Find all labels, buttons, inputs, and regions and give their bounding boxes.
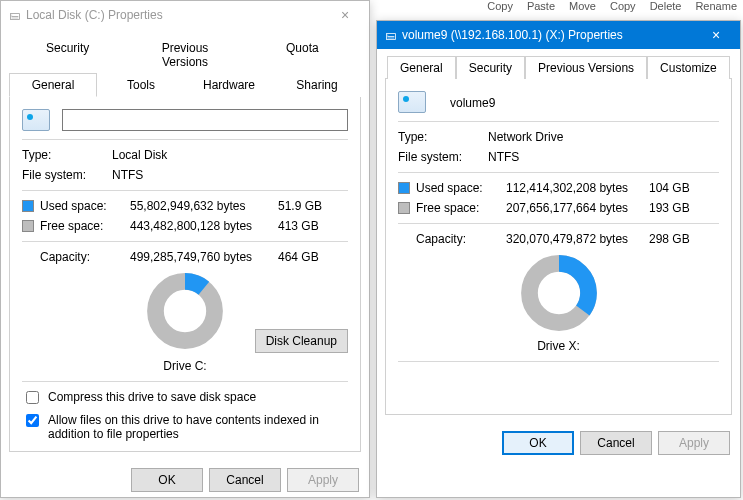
apply-button[interactable]: Apply <box>658 431 730 455</box>
tab-quota[interactable]: Quota <box>244 36 361 73</box>
free-human: 193 GB <box>649 201 719 215</box>
explorer-toolbar: Copy Paste Move Copy Delete Rename <box>380 0 743 12</box>
tabstrip: General Security Previous Versions Custo… <box>385 55 732 79</box>
title-text: Local Disk (C:) Properties <box>26 8 325 22</box>
capacity-label: Capacity: <box>22 250 130 264</box>
tabstrip: Security Previous Versions Quota General… <box>9 35 361 97</box>
tab-previous-versions[interactable]: Previous Versions <box>525 56 647 79</box>
free-swatch <box>398 202 410 214</box>
title-text: volume9 (\\192.168.100.1) (X:) Propertie… <box>402 28 696 42</box>
toolbar-move[interactable]: Move <box>569 0 596 12</box>
fs-value: NTFS <box>488 150 719 164</box>
tab-general[interactable]: General <box>9 73 97 97</box>
tab-sharing[interactable]: Sharing <box>273 73 361 97</box>
usage-donut <box>520 254 598 332</box>
cancel-button[interactable]: Cancel <box>209 468 281 492</box>
cancel-button[interactable]: Cancel <box>580 431 652 455</box>
svg-point-0 <box>155 281 214 340</box>
apply-button[interactable]: Apply <box>287 468 359 492</box>
fs-label: File system: <box>22 168 112 182</box>
capacity-label: Capacity: <box>398 232 506 246</box>
drive-caption: Drive C: <box>22 359 348 373</box>
type-value: Local Disk <box>112 148 348 162</box>
tab-previous-versions[interactable]: Previous Versions <box>126 36 243 73</box>
used-human: 104 GB <box>649 181 719 195</box>
free-bytes: 443,482,800,128 bytes <box>130 219 278 233</box>
index-checkbox[interactable] <box>26 414 39 427</box>
close-button[interactable]: × <box>325 7 365 23</box>
close-button[interactable]: × <box>696 27 736 43</box>
used-swatch <box>398 182 410 194</box>
toolbar-paste[interactable]: Paste <box>527 0 555 12</box>
toolbar-rename[interactable]: Rename <box>695 0 737 12</box>
toolbar-copy2[interactable]: Copy <box>610 0 636 12</box>
dialog-buttons: OK Cancel Apply <box>377 423 740 463</box>
compress-label: Compress this drive to save disk space <box>48 390 256 404</box>
tab-customize[interactable]: Customize <box>647 56 730 79</box>
type-value: Network Drive <box>488 130 719 144</box>
free-bytes: 207,656,177,664 bytes <box>506 201 649 215</box>
tab-hardware[interactable]: Hardware <box>185 73 273 97</box>
free-human: 413 GB <box>278 219 348 233</box>
properties-dialog-x: 🖴 volume9 (\\192.168.100.1) (X:) Propert… <box>376 20 741 498</box>
volume-label-input[interactable] <box>62 109 348 131</box>
tab-tools[interactable]: Tools <box>97 73 185 97</box>
ok-button[interactable]: OK <box>131 468 203 492</box>
free-label: Free space: <box>416 201 506 215</box>
fs-label: File system: <box>398 150 488 164</box>
titlebar[interactable]: 🖴 volume9 (\\192.168.100.1) (X:) Propert… <box>377 21 740 49</box>
usage-donut <box>146 272 224 350</box>
tab-panel-general: Type: Local Disk File system: NTFS Used … <box>9 97 361 452</box>
used-label: Used space: <box>416 181 506 195</box>
toolbar-delete[interactable]: Delete <box>650 0 682 12</box>
type-label: Type: <box>22 148 112 162</box>
capacity-bytes: 499,285,749,760 bytes <box>130 250 278 264</box>
disk-cleanup-button[interactable]: Disk Cleanup <box>255 329 348 353</box>
fs-value: NTFS <box>112 168 348 182</box>
volume-name: volume9 <box>450 94 495 110</box>
titlebar[interactable]: 🖴 Local Disk (C:) Properties × <box>1 1 369 29</box>
used-bytes: 55,802,949,632 bytes <box>130 199 278 213</box>
tab-security[interactable]: Security <box>456 56 525 79</box>
type-label: Type: <box>398 130 488 144</box>
used-label: Used space: <box>40 199 130 213</box>
free-swatch <box>22 220 34 232</box>
drive-icon: 🖴 <box>385 29 396 41</box>
drive-icon: 🖴 <box>9 9 20 21</box>
drive-caption: Drive X: <box>398 339 719 353</box>
used-bytes: 112,414,302,208 bytes <box>506 181 649 195</box>
tab-general[interactable]: General <box>387 56 456 79</box>
free-label: Free space: <box>40 219 130 233</box>
tab-panel-general: volume9 Type: Network Drive File system:… <box>385 79 732 415</box>
capacity-human: 464 GB <box>278 250 348 264</box>
drive-icon-large <box>398 91 426 113</box>
index-label: Allow files on this drive to have conten… <box>48 413 348 441</box>
tab-security[interactable]: Security <box>9 36 126 73</box>
compress-checkbox[interactable] <box>26 391 39 404</box>
capacity-human: 298 GB <box>649 232 719 246</box>
ok-button[interactable]: OK <box>502 431 574 455</box>
dialog-buttons: OK Cancel Apply <box>1 460 369 500</box>
capacity-bytes: 320,070,479,872 bytes <box>506 232 649 246</box>
properties-dialog-c: 🖴 Local Disk (C:) Properties × Security … <box>0 0 370 498</box>
used-swatch <box>22 200 34 212</box>
drive-icon-large <box>22 109 50 131</box>
used-human: 51.9 GB <box>278 199 348 213</box>
toolbar-copy[interactable]: Copy <box>487 0 513 12</box>
